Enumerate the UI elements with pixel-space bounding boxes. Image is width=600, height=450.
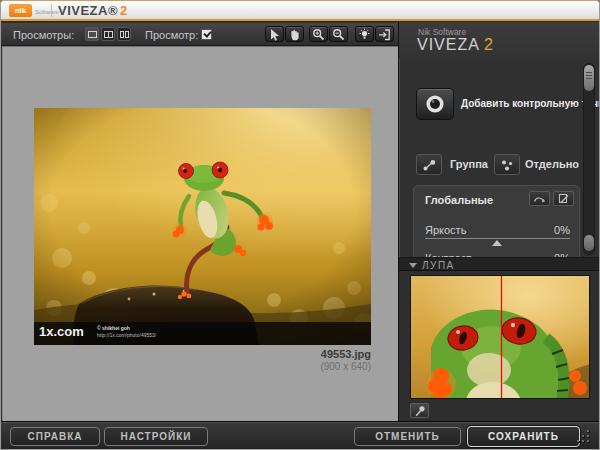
group-button[interactable] xyxy=(416,154,442,175)
separate-points-icon xyxy=(500,158,515,172)
brightness-track[interactable] xyxy=(425,238,570,239)
group-points-icon xyxy=(422,158,437,172)
global-adjustments-section: Глобальные Яркость 0% xyxy=(413,185,580,257)
add-control-point-button[interactable] xyxy=(416,88,454,120)
nik-logo: nik xyxy=(9,4,32,17)
watermark-site: 1x.com xyxy=(39,324,84,339)
brightness-thumb[interactable] xyxy=(492,240,502,246)
zoom-out-icon xyxy=(332,28,345,41)
exit-door-icon xyxy=(378,28,391,41)
edit-page-icon xyxy=(557,193,570,204)
preview-label: Просмотр: xyxy=(145,29,198,41)
collapse-triangle-icon xyxy=(409,263,417,268)
background-brightness-button[interactable] xyxy=(355,26,374,42)
loupe-header[interactable]: ЛУПА xyxy=(399,257,600,271)
view-split-button[interactable] xyxy=(101,27,115,41)
zoom-in-button[interactable] xyxy=(309,26,328,42)
brightness-slider-row: Яркость 0% xyxy=(425,224,570,236)
select-tool-button[interactable] xyxy=(265,26,284,42)
app-title-version: 2 xyxy=(120,3,128,18)
cancel-button[interactable]: ОТМЕНИТЬ xyxy=(354,427,461,446)
panel-header: Nik Software VIVEZA2 xyxy=(399,22,600,59)
panel-scrollbar-thumb[interactable] xyxy=(584,65,594,91)
loupe-body xyxy=(399,271,600,421)
frog-photo-graphic xyxy=(34,108,371,345)
loupe-preview[interactable] xyxy=(410,275,590,399)
viveza-window: nik Software VIVEZA®2 Просмотры: Просмот… xyxy=(0,0,600,450)
add-control-point-label: Добавить контрольную точку xyxy=(461,98,600,109)
image-dimensions: (900 x 640) xyxy=(320,361,371,372)
panel-scrollbar-track[interactable] xyxy=(583,63,595,255)
loupe-pin-button[interactable] xyxy=(410,403,429,418)
edit-curves-button[interactable] xyxy=(553,191,574,206)
zoom-in-icon xyxy=(312,28,325,41)
toolbar: Просмотры: Просмотр: xyxy=(1,23,398,46)
hand-icon xyxy=(288,28,301,41)
nik-logo-sub: Software xyxy=(35,9,59,15)
reset-button[interactable] xyxy=(529,191,550,206)
pin-icon xyxy=(414,405,426,417)
watermark-credit: © shikhei goh xyxy=(97,325,130,331)
app-title-text: VIVEZA® xyxy=(58,3,118,18)
lightbulb-icon xyxy=(358,28,371,41)
preview-checkbox[interactable] xyxy=(201,29,212,40)
save-button[interactable]: СОХРАНИТЬ xyxy=(467,426,580,447)
image-caption: 49553.jpg (900 x 640) xyxy=(320,348,371,372)
brightness-label: Яркость xyxy=(425,224,466,236)
title-bar: nik Software VIVEZA®2 xyxy=(1,1,599,21)
settings-area: Добавить контрольную точку Группа Отдель… xyxy=(399,59,600,257)
settings-panel: Nik Software VIVEZA2 Добавить контрольну… xyxy=(398,22,600,421)
panel-title-text: VIVEZA xyxy=(417,36,480,53)
views-label: Просмотры: xyxy=(13,29,74,41)
global-section-title: Глобальные xyxy=(425,194,493,206)
watermark-url: http://1x.com/photo/49553/ xyxy=(97,332,156,338)
split-view-icon xyxy=(104,31,113,38)
image-filename: 49553.jpg xyxy=(320,348,371,360)
panel-scrollbar-cap[interactable] xyxy=(584,235,594,251)
help-button[interactable]: СПРАВКА xyxy=(10,427,100,446)
sidebyside-view-icon xyxy=(120,31,129,38)
logo-divider xyxy=(51,4,52,17)
footer-bar: СПРАВКА НАСТРОЙКИ ОТМЕНИТЬ СОХРАНИТЬ xyxy=(1,421,599,450)
main-photo[interactable]: 1x.com © shikhei goh http://1x.com/photo… xyxy=(34,108,371,345)
app-title: VIVEZA®2 xyxy=(58,3,128,18)
single-view-icon xyxy=(88,31,97,38)
control-point-icon xyxy=(424,93,446,115)
image-canvas[interactable]: 1x.com © shikhei goh http://1x.com/photo… xyxy=(2,46,398,421)
view-single-button[interactable] xyxy=(85,27,99,41)
loupe-title: ЛУПА xyxy=(422,260,455,271)
reset-arrow-icon xyxy=(533,194,546,204)
split-preview-line[interactable] xyxy=(501,276,502,399)
brightness-value: 0% xyxy=(554,224,570,236)
resize-grip[interactable] xyxy=(577,430,591,444)
panel-title-version: 2 xyxy=(484,36,494,53)
settings-button[interactable]: НАСТРОЙКИ xyxy=(104,427,208,446)
panel-title: VIVEZA2 xyxy=(417,36,494,54)
separate-label: Отдельно xyxy=(525,158,579,170)
view-sidebyside-button[interactable] xyxy=(117,27,131,41)
pan-tool-button[interactable] xyxy=(285,26,304,42)
zoom-out-button[interactable] xyxy=(329,26,348,42)
group-label: Группа xyxy=(450,158,488,170)
separate-button[interactable] xyxy=(494,154,520,175)
cursor-arrow-icon xyxy=(268,28,281,41)
exit-button[interactable] xyxy=(375,26,394,42)
